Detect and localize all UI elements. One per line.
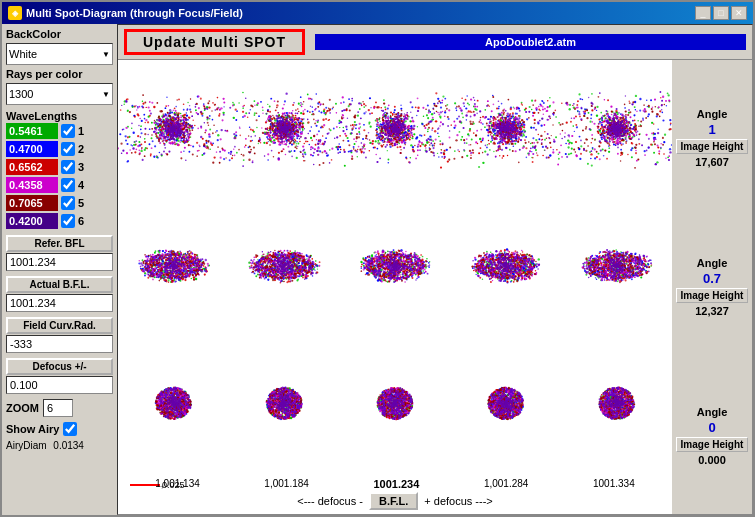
angle-group-1: Angle 1 Image Height 17,607 [676, 108, 748, 168]
angle-group-3: Angle 0 Image Height 0.000 [676, 406, 748, 466]
angle-value-3: 0 [708, 420, 715, 435]
airy-diam-value: 0.0134 [53, 440, 84, 451]
field-curv-group: Field Curv.Rad. -333 [6, 317, 113, 353]
wl-checkbox-4[interactable] [61, 178, 75, 192]
app-icon: ◈ [8, 6, 22, 20]
right-panel: Angle 1 Image Height 17,607 Angle 0.7 Im… [672, 60, 752, 514]
wl-checkbox-1[interactable] [61, 124, 75, 138]
show-airy-checkbox[interactable] [63, 422, 77, 436]
zoom-input[interactable]: 6 [43, 399, 73, 417]
diagram-area: Update Multi SPOT ApoDoublet2.atm 0.025 [117, 24, 753, 515]
defocus-button[interactable]: Defocus +/- [6, 358, 113, 375]
refer-bfl-value: 1001.234 [6, 253, 113, 271]
wavelengths-list: 0.5461 1 0.4700 2 0.6562 3 0.4358 4 0.70… [6, 122, 113, 230]
wl-color-2: 0.4700 [6, 141, 58, 157]
wl-color-1: 0.5461 [6, 123, 58, 139]
spots-canvas [118, 60, 672, 472]
angle-value-1: 1 [708, 122, 715, 137]
img-height-value-1: 17,607 [695, 156, 729, 168]
wavelength-row-6: 0.4200 6 [6, 212, 113, 230]
defocus-right-label: + defocus ---> [424, 495, 492, 507]
axis-positions: 1,001.134 1,001.184 1001.234 1,001.284 1… [118, 478, 672, 490]
rays-label: Rays per color [6, 68, 113, 80]
main-content: BackColor White ▼ Rays per color 1300 ▼ … [2, 24, 753, 515]
wl-color-4: 0.4358 [6, 177, 58, 193]
zoom-label: ZOOM [6, 402, 39, 414]
wl-color-6: 0.4200 [6, 213, 58, 229]
airy-diam-row: AiryDiam 0.0134 [6, 440, 113, 451]
pos-2: 1,001.184 [264, 478, 309, 490]
main-window: ◈ Multi Spot-Diagram (through Focus/Fiel… [0, 0, 755, 517]
img-height-label-1: Image Height [676, 139, 748, 154]
diagram-top: Update Multi SPOT ApoDoublet2.atm [118, 25, 752, 60]
rays-select[interactable]: 1300 ▼ [6, 83, 113, 105]
wl-num-6: 6 [78, 215, 84, 227]
backcolor-arrow-icon: ▼ [102, 50, 110, 59]
close-button[interactable]: ✕ [731, 6, 747, 20]
pos-1: 1,001.134 [155, 478, 200, 490]
wavelength-row-3: 0.6562 3 [6, 158, 113, 176]
rays-arrow-icon: ▼ [102, 90, 110, 99]
backcolor-label: BackColor [6, 28, 113, 40]
wl-num-4: 4 [78, 179, 84, 191]
wl-color-3: 0.6562 [6, 159, 58, 175]
left-panel: BackColor White ▼ Rays per color 1300 ▼ … [2, 24, 117, 515]
defocus-left-label: <--- defocus - [297, 495, 363, 507]
maximize-button[interactable]: □ [713, 6, 729, 20]
wavelength-row-5: 0.7065 5 [6, 194, 113, 212]
wl-checkbox-5[interactable] [61, 196, 75, 210]
backcolor-value: White [9, 48, 37, 60]
spots-grid [118, 60, 672, 472]
spots-container: 0.025 1,001.134 1,001.184 1001.234 1,001… [118, 60, 672, 514]
backcolor-select[interactable]: White ▼ [6, 43, 113, 65]
bfl-button[interactable]: B.F.L. [369, 492, 418, 510]
img-height-value-3: 0.000 [698, 454, 726, 466]
minimize-button[interactable]: _ [695, 6, 711, 20]
airy-diam-label: AiryDiam [6, 440, 47, 451]
axis-area: 0.025 1,001.134 1,001.184 1001.234 1,001… [118, 472, 672, 514]
zoom-row: ZOOM 6 [6, 399, 113, 417]
title-bar-buttons: _ □ ✕ [695, 6, 747, 20]
img-height-label-3: Image Height [676, 437, 748, 452]
wavelengths-section: WaveLengths 0.5461 1 0.4700 2 0.6562 3 0… [6, 110, 113, 230]
defocus-group: Defocus +/- 0.100 [6, 358, 113, 394]
refer-bfl-button[interactable]: Refer. BFL [6, 235, 113, 252]
angle-group-2: Angle 0.7 Image Height 12,327 [676, 257, 748, 317]
field-curv-button[interactable]: Field Curv.Rad. [6, 317, 113, 334]
wl-checkbox-6[interactable] [61, 214, 75, 228]
img-height-value-2: 12,327 [695, 305, 729, 317]
window-title: Multi Spot-Diagram (through Focus/Field) [26, 7, 243, 19]
rays-value: 1300 [9, 88, 33, 100]
actual-bfl-button[interactable]: Actual B.F.L. [6, 276, 113, 293]
field-curv-value: -333 [6, 335, 113, 353]
wl-checkbox-2[interactable] [61, 142, 75, 156]
pos-4: 1,001.284 [484, 478, 529, 490]
wl-checkbox-3[interactable] [61, 160, 75, 174]
angle-value-2: 0.7 [703, 271, 721, 286]
update-button[interactable]: Update Multi SPOT [124, 29, 305, 55]
angle-label-3: Angle [697, 406, 728, 418]
wl-num-5: 5 [78, 197, 84, 209]
actual-bfl-group: Actual B.F.L. 1001.234 [6, 276, 113, 312]
wavelength-row-2: 0.4700 2 [6, 140, 113, 158]
airy-row: Show Airy [6, 422, 113, 436]
angle-label-2: Angle [697, 257, 728, 269]
defocus-value: 0.100 [6, 376, 113, 394]
angle-label-1: Angle [697, 108, 728, 120]
wl-num-2: 2 [78, 143, 84, 155]
wl-color-5: 0.7065 [6, 195, 58, 211]
pos-5: 1001.334 [593, 478, 635, 490]
pos-3: 1001.234 [373, 478, 419, 490]
wavelengths-label: WaveLengths [6, 110, 113, 122]
img-height-label-2: Image Height [676, 288, 748, 303]
diagram-main: 0.025 1,001.134 1,001.184 1001.234 1,001… [118, 60, 752, 514]
wavelength-row-1: 0.5461 1 [6, 122, 113, 140]
filename-label: ApoDoublet2.atm [315, 34, 746, 50]
refer-bfl-group: Refer. BFL 1001.234 [6, 235, 113, 271]
wavelength-row-4: 0.4358 4 [6, 176, 113, 194]
title-bar: ◈ Multi Spot-Diagram (through Focus/Fiel… [2, 2, 753, 24]
wl-num-1: 1 [78, 125, 84, 137]
title-bar-left: ◈ Multi Spot-Diagram (through Focus/Fiel… [8, 6, 243, 20]
wl-num-3: 3 [78, 161, 84, 173]
defocus-row: <--- defocus - B.F.L. + defocus ---> [118, 492, 672, 510]
